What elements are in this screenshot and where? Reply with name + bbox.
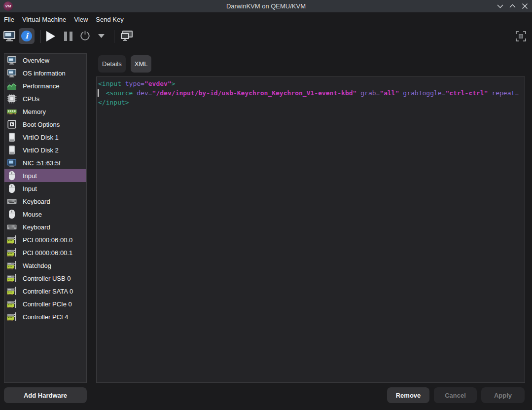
text-caret (98, 89, 99, 97)
pci-icon (7, 312, 17, 322)
hardware-list: OverviewOS informationPerformanceCPUsMem… (4, 53, 87, 383)
mouse-icon (7, 171, 17, 181)
sidebar-item-label: Controller SATA 0 (23, 288, 73, 295)
menu-send-key[interactable]: Send Key (92, 14, 127, 25)
console-view-button[interactable] (2, 30, 16, 42)
sidebar-item-watchdog[interactable]: Watchdog (4, 259, 86, 272)
window-title: DarwinKVM on QEMU/KVM (0, 0, 532, 12)
code-line: <source dev="/dev/input/by-id/usb-Keychr… (98, 88, 525, 98)
monitor-icon (7, 68, 17, 78)
detail-tabs: DetailsXML (98, 55, 151, 73)
cancel-button[interactable]: Cancel (434, 387, 477, 403)
sidebar-item-nic-51-63-5f[interactable]: NIC :51:63:5f (4, 156, 86, 169)
sidebar-item-os-information[interactable]: OS information (4, 67, 86, 79)
sidebar-item-label: Overview (23, 57, 49, 64)
keyboard-icon (7, 222, 17, 232)
memory-icon (7, 107, 17, 116)
sidebar-item-label: Mouse (23, 211, 42, 218)
sidebar-item-pci-0000-06-00-1[interactable]: PCI 0000:06:00.1 (4, 246, 86, 259)
pci-icon (7, 235, 17, 245)
fullscreen-button[interactable] (515, 31, 526, 41)
sidebar-item-mouse[interactable]: Mouse (4, 208, 86, 221)
maximize-button[interactable] (508, 2, 516, 10)
sidebar-item-label: VirtIO Disk 2 (23, 147, 59, 154)
mouse-icon (7, 209, 17, 219)
cpu-icon (7, 94, 17, 104)
titlebar: VM DarwinKVM on QEMU/KVM (0, 0, 532, 12)
apply-button[interactable]: Apply (481, 387, 525, 403)
shutdown-menu-arrow[interactable] (97, 34, 105, 38)
sidebar-item-controller-usb-0[interactable]: Controller USB 0 (4, 272, 86, 285)
tab-xml[interactable]: XML (131, 55, 152, 73)
remove-button[interactable]: Remove (387, 387, 429, 403)
sidebar-item-label: CPUs (23, 95, 39, 103)
sidebar-item-controller-pci-4[interactable]: Controller PCI 4 (4, 310, 86, 323)
sidebar-item-label: Keyboard (23, 224, 50, 231)
pci-icon (7, 286, 17, 296)
pci-icon (7, 261, 17, 270)
sidebar-item-input[interactable]: Input (4, 182, 86, 195)
sidebar-item-label: OS information (23, 70, 66, 77)
menu-view[interactable]: View (70, 14, 92, 25)
nic-icon (7, 158, 17, 168)
toolbar-separator (114, 30, 114, 43)
xml-editor[interactable]: <input type="evdev"> <source dev="/dev/i… (96, 76, 525, 383)
mouse-icon (7, 184, 17, 193)
sidebar-item-label: Controller PCIe 0 (23, 300, 72, 308)
play-button[interactable] (45, 31, 57, 41)
sidebar-item-input[interactable]: Input (4, 169, 86, 182)
pci-icon (7, 248, 17, 258)
sidebar-item-keyboard[interactable]: Keyboard (4, 221, 86, 233)
minimize-button[interactable] (496, 2, 504, 10)
sidebar-item-keyboard[interactable]: Keyboard (4, 195, 86, 208)
sidebar-item-label: Input (23, 172, 37, 180)
sidebar-item-pci-0000-06-00-0[interactable]: PCI 0000:06:00.0 (4, 233, 86, 246)
menubar: File Virtual Machine View Send Key (0, 12, 532, 26)
boot-icon (7, 119, 17, 129)
performance-icon (7, 81, 17, 91)
sidebar-item-label: Input (23, 185, 37, 192)
code-line: </input> (98, 98, 525, 107)
sidebar-item-virtio-disk-2[interactable]: VirtIO Disk 2 (4, 144, 86, 156)
toolbar: i (0, 26, 532, 48)
pause-button[interactable] (63, 31, 73, 41)
disk-icon (7, 145, 17, 155)
sidebar-item-label: Keyboard (23, 198, 50, 205)
add-hardware-button[interactable]: Add Hardware (4, 387, 87, 403)
sidebar-item-label: PCI 0000:06:00.1 (23, 249, 72, 257)
sidebar-item-label: VirtIO Disk 1 (23, 134, 59, 141)
shutdown-button[interactable] (79, 30, 90, 41)
sidebar-item-cpus[interactable]: CPUs (4, 92, 86, 105)
tab-details[interactable]: Details (98, 55, 126, 73)
details-view-button[interactable]: i (19, 28, 35, 44)
pci-icon (7, 273, 17, 283)
sidebar-item-label: Memory (23, 108, 46, 115)
sidebar-item-label: Controller USB 0 (23, 275, 71, 282)
info-icon: i (21, 31, 32, 41)
keyboard-icon (7, 196, 17, 206)
close-button[interactable] (521, 2, 529, 10)
disk-icon (7, 132, 17, 142)
sidebar-item-label: Controller PCI 4 (23, 313, 68, 321)
sidebar-item-label: Watchdog (23, 262, 51, 269)
code-line: <input type="evdev"> (98, 79, 525, 88)
sidebar-item-overview[interactable]: Overview (4, 54, 86, 67)
sidebar-item-memory[interactable]: Memory (4, 105, 86, 118)
sidebar-item-label: Boot Options (23, 121, 60, 128)
toolbar-separator (40, 30, 41, 43)
sidebar-item-label: NIC :51:63:5f (23, 159, 61, 167)
menu-file[interactable]: File (0, 14, 18, 25)
sidebar-item-label: Performance (23, 82, 59, 90)
sidebar-item-label: PCI 0000:06:00.0 (23, 236, 72, 244)
monitor-icon (7, 55, 17, 65)
virtual-displays-button[interactable] (120, 30, 134, 42)
menu-virtual-machine[interactable]: Virtual Machine (18, 14, 70, 25)
sidebar-item-performance[interactable]: Performance (4, 79, 86, 92)
sidebar-item-virtio-disk-1[interactable]: VirtIO Disk 1 (4, 131, 86, 144)
pci-icon (7, 299, 17, 309)
sidebar-item-boot-options[interactable]: Boot Options (4, 118, 86, 131)
sidebar-item-controller-pcie-0[interactable]: Controller PCIe 0 (4, 298, 86, 310)
sidebar-item-controller-sata-0[interactable]: Controller SATA 0 (4, 285, 86, 298)
